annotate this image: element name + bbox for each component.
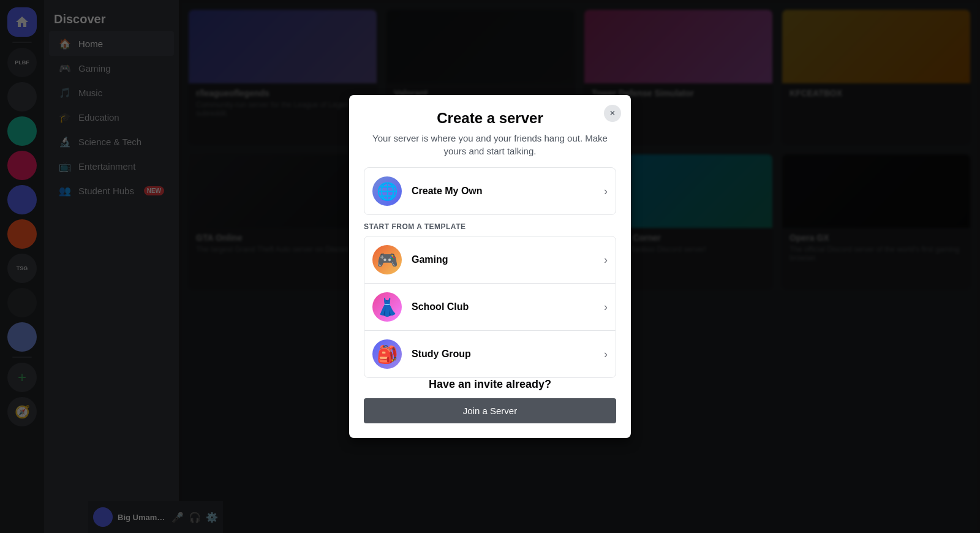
modal-title: Create a server [364, 110, 616, 127]
school-club-template-label: School Club [412, 301, 594, 312]
modal-body: 🌐 Create My Own › START FROM A TEMPLATE … [349, 157, 631, 378]
gaming-template-icon: 🎮 [372, 245, 402, 274]
modal-footer: Have an invite already? Join a Server [349, 378, 631, 438]
join-server-button[interactable]: Join a Server [364, 398, 616, 423]
gaming-template-label: Gaming [412, 254, 594, 265]
school-club-chevron-icon: › [604, 301, 608, 314]
template-study-group-option[interactable]: 🎒 Study Group › [364, 331, 616, 377]
template-school-club-option[interactable]: 👗 School Club › [364, 284, 616, 331]
school-club-emoji-icon: 👗 [377, 297, 398, 317]
chevron-right-icon: › [604, 185, 608, 198]
modal-header: Create a server Your server is where you… [349, 95, 631, 157]
templates-box: 🎮 Gaming › 👗 School Club › 🎒 [364, 236, 616, 378]
study-group-template-label: Study Group [412, 349, 594, 360]
template-gaming-option[interactable]: 🎮 Gaming › [364, 236, 616, 284]
gaming-chevron-icon: › [604, 254, 608, 266]
template-section-label: START FROM A TEMPLATE [364, 222, 616, 231]
modal-subtitle: Your server is where you and your friend… [364, 132, 616, 157]
create-my-own-label: Create My Own [412, 186, 594, 197]
school-club-template-icon: 👗 [372, 292, 402, 322]
gaming-emoji-icon: 🎮 [377, 250, 398, 270]
globe-icon: 🌐 [377, 181, 398, 202]
create-my-own-option[interactable]: 🌐 Create My Own › [364, 168, 616, 214]
study-group-emoji-icon: 🎒 [377, 344, 398, 365]
close-button[interactable]: × [604, 105, 621, 122]
create-icon: 🌐 [372, 176, 402, 206]
create-own-box: 🌐 Create My Own › [364, 167, 616, 215]
footer-question: Have an invite already? [364, 378, 616, 391]
study-group-template-icon: 🎒 [372, 339, 402, 369]
modal-overlay: Create a server Your server is where you… [0, 0, 980, 533]
study-group-chevron-icon: › [604, 348, 608, 361]
create-server-modal: Create a server Your server is where you… [349, 95, 631, 438]
